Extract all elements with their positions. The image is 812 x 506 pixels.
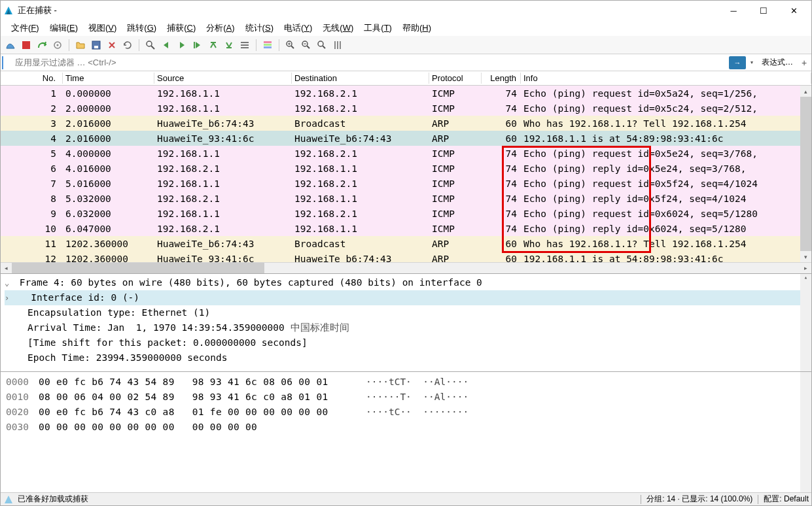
menu-item[interactable]: 工具(T) [359, 21, 397, 35]
open-file-icon[interactable] [73, 38, 88, 52]
menu-item[interactable]: 电话(Y) [279, 21, 317, 35]
scroll-up-icon[interactable]: ▴ [800, 86, 811, 97]
packet-list-pane: No. Time Source Destination Protocol Len… [1, 71, 811, 274]
hex-dump-pane[interactable]: 000000 e0 fc b6 74 43 54 89 98 93 41 6c … [1, 372, 811, 492]
zoom-reset-icon[interactable] [315, 38, 329, 52]
packet-row[interactable]: 111202.360000HuaweiTe_b6:74:43BroadcastA… [1, 236, 811, 251]
svg-rect-15 [264, 41, 272, 43]
packet-row[interactable]: 10.000000192.168.1.1192.168.2.1ICMP74Ech… [1, 86, 811, 101]
menu-item[interactable]: 编辑(E) [44, 21, 83, 35]
svg-rect-14 [241, 47, 249, 48]
hex-row[interactable]: 001008 00 06 04 00 02 54 89 98 93 41 6c … [6, 390, 806, 405]
details-frame-line[interactable]: Frame 4: 60 bytes on wire (480 bits), 60… [5, 275, 807, 290]
toolbar-separator [139, 39, 139, 51]
details-scrollbar[interactable]: ▴ [800, 274, 811, 371]
col-info[interactable]: Info [521, 73, 811, 84]
resize-columns-icon[interactable] [330, 38, 345, 52]
status-bar: 已准备好加载或捕获 分组: 14 · 已显示: 14 (100.0%) 配置: … [1, 492, 811, 505]
col-destination[interactable]: Destination [292, 73, 429, 84]
packet-row[interactable]: 85.032000192.168.2.1192.168.1.1ICMP74Ech… [1, 191, 811, 206]
packet-list-body[interactable]: 10.000000192.168.1.1192.168.2.1ICMP74Ech… [1, 86, 811, 262]
go-back-icon[interactable] [159, 38, 173, 52]
filter-bookmark-icon[interactable] [2, 56, 11, 69]
details-encap-line[interactable]: Encapsulation type: Ethernet (1) [5, 305, 807, 320]
col-time[interactable]: Time [63, 73, 154, 84]
find-icon[interactable] [143, 38, 158, 52]
details-interface-line[interactable]: Interface id: 0 (-) [5, 290, 807, 305]
details-epoch-line[interactable]: Epoch Time: 23994.359000000 seconds [5, 350, 807, 365]
svg-rect-2 [22, 41, 30, 49]
reload-icon[interactable] [120, 38, 135, 52]
col-protocol[interactable]: Protocol [429, 73, 482, 84]
zoom-out-icon[interactable] [299, 38, 313, 52]
packet-row[interactable]: 121202.360000HuaweiTe_93:41:6cHuaweiTe_b… [1, 251, 811, 262]
packet-row[interactable]: 96.032000192.168.1.1192.168.2.1ICMP74Ech… [1, 206, 811, 221]
display-filter-input[interactable] [12, 56, 729, 69]
menu-item[interactable]: 视图(V) [83, 21, 122, 35]
expression-button[interactable]: 表达式… [758, 57, 797, 68]
svg-line-8 [151, 46, 154, 49]
hex-scrollbar[interactable] [800, 372, 811, 492]
hex-row[interactable]: 003000 00 00 00 00 00 00 00 00 00 00 00 [6, 420, 806, 435]
packet-row[interactable]: 54.000000192.168.1.1192.168.2.1ICMP74Ech… [1, 146, 811, 161]
go-last-icon[interactable] [222, 38, 236, 52]
svg-line-26 [323, 46, 325, 48]
restart-icon[interactable] [35, 38, 49, 52]
packet-row[interactable]: 64.016000192.168.2.1192.168.1.1ICMP74Ech… [1, 161, 811, 176]
packet-row[interactable]: 32.016000HuaweiTe_b6:74:43BroadcastARP60… [1, 116, 811, 131]
go-first-icon[interactable] [206, 38, 221, 52]
colorize-icon[interactable] [260, 38, 275, 52]
vertical-scrollbar[interactable]: ▴ ▾ [800, 86, 811, 262]
menu-bar: 文件(F)编辑(E)视图(V)跳转(G)捕获(C)分析(A)统计(S)电话(Y)… [1, 20, 811, 36]
horizontal-scrollbar[interactable]: ◂ ▸ [1, 262, 811, 273]
status-packets: 分组: 14 · 已显示: 14 (100.0%) [646, 494, 752, 505]
packet-list-header[interactable]: No. Time Source Destination Protocol Len… [1, 71, 811, 86]
maximize-button[interactable]: ☐ [749, 1, 779, 20]
menu-item[interactable]: 帮助(H) [397, 21, 436, 35]
packet-row[interactable]: 106.047000192.168.2.1192.168.1.1ICMP74Ec… [1, 221, 811, 236]
menu-item[interactable]: 无线(W) [317, 21, 359, 35]
filter-dropdown-icon[interactable]: ▾ [747, 56, 756, 69]
packet-row[interactable]: 22.000000192.168.1.1192.168.2.1ICMP74Ech… [1, 101, 811, 116]
filter-bar: → ▾ 表达式… + [1, 54, 811, 71]
app-icon [3, 5, 14, 16]
scroll-right-icon[interactable]: ▸ [800, 263, 811, 274]
close-button[interactable]: ✕ [779, 1, 809, 20]
col-source[interactable]: Source [154, 73, 292, 84]
go-to-packet-icon[interactable] [190, 38, 205, 52]
svg-marker-30 [5, 496, 12, 503]
menu-item[interactable]: 捕获(C) [162, 21, 201, 35]
go-forward-icon[interactable] [175, 38, 189, 52]
details-arrival-line[interactable]: Arrival Time: Jan 1, 1970 14:39:54.35900… [5, 320, 807, 335]
menu-item[interactable]: 跳转(G) [122, 21, 162, 35]
minimize-button[interactable]: ─ [718, 1, 749, 20]
col-length[interactable]: Length [482, 73, 521, 84]
hex-row[interactable]: 002000 e0 fc b6 74 43 c0 a8 01 fe 00 00 … [6, 405, 806, 420]
status-left: 已准备好加载或捕获 [18, 494, 635, 505]
stop-button[interactable] [19, 38, 33, 52]
close-file-icon[interactable] [105, 38, 119, 52]
menu-item[interactable]: 统计(S) [240, 21, 279, 35]
auto-scroll-icon[interactable] [238, 38, 252, 52]
menu-item[interactable]: 文件(F) [6, 21, 44, 35]
shark-fin-icon[interactable] [3, 38, 18, 52]
svg-point-4 [57, 44, 59, 46]
apply-filter-button[interactable]: → [729, 56, 746, 69]
svg-rect-12 [241, 42, 249, 43]
packet-details-pane[interactable]: Frame 4: 60 bytes on wire (480 bits), 60… [1, 274, 811, 372]
details-timeshift-line[interactable]: [Time shift for this packet: 0.000000000… [5, 335, 807, 350]
toolbar-separator [279, 39, 279, 51]
save-icon[interactable] [89, 38, 103, 52]
menu-item[interactable]: 分析(A) [201, 21, 239, 35]
scroll-left-icon[interactable]: ◂ [1, 263, 12, 274]
hex-row[interactable]: 000000 e0 fc b6 74 43 54 89 98 93 41 6c … [6, 375, 806, 390]
scroll-down-icon[interactable]: ▾ [800, 251, 811, 262]
add-filter-button[interactable]: + [798, 58, 810, 68]
svg-rect-17 [264, 46, 272, 48]
packet-row[interactable]: 42.016000HuaweiTe_93:41:6cHuaweiTe_b6:74… [1, 131, 811, 146]
status-profile: 配置: Default [764, 494, 809, 505]
col-no[interactable]: No. [1, 73, 63, 84]
packet-row[interactable]: 75.016000192.168.1.1192.168.2.1ICMP74Ech… [1, 176, 811, 191]
zoom-in-icon[interactable] [283, 38, 298, 52]
options-icon[interactable] [50, 38, 65, 52]
